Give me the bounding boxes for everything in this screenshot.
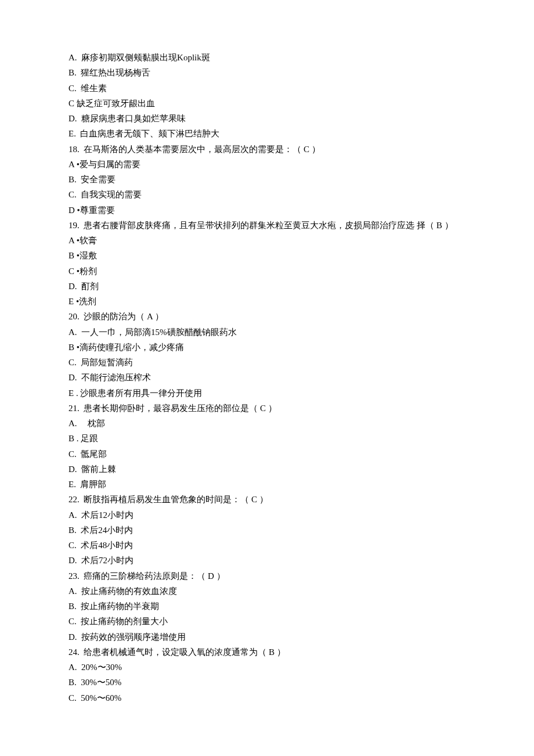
text-line: B. 术后24小时内 [68,523,466,538]
text-line: E . 沙眼患者所有用具一律分开使用 [68,386,466,401]
text-line: A. 20%〜30% [68,660,466,675]
text-line: 22. 断肢指再植后易发生血管危象的时间是：（ C ） [68,492,466,507]
text-line: E. 白血病患者无颌下、颏下淋巴结肿大 [68,126,466,141]
text-line: B. 30%〜50% [68,675,466,690]
text-line: A •爱与归属的需要 [68,157,466,172]
text-line: C. 骶尾部 [68,447,466,462]
text-line: 19. 患者右腰背部皮肤疼痛，且有呈带状排列的群集米粒至黄豆大水疱，皮损局部治疗… [68,218,466,233]
text-line: 18. 在马斯洛的人类基本需要层次中，最高层次的需要是：（ C ） [68,142,466,157]
text-line: A •软膏 [68,233,466,248]
text-line: B. 猩红热出现杨梅舌 [68,65,466,80]
text-line: C. 维生素 [68,81,466,96]
text-line: D. 按药效的强弱顺序递增使用 [68,629,466,645]
text-line: B. 按止痛药物的半衰期 [68,599,466,614]
text-line: C. 局部短暂滴药 [68,355,466,370]
text-line: C. 术后48小时内 [68,538,466,553]
text-line: 21. 患者长期仰卧时，最容易发生压疮的部位是（ C ） [68,401,466,416]
text-line: A. 一人一巾，局部滴15%磺胺醋酰钠眼药水 [68,325,466,340]
text-line: C. 50%〜60% [68,690,466,705]
document-body: A. 麻疹初期双侧颊黏膜出现Koplik斑B. 猩红热出现杨梅舌C. 维生素C … [68,50,466,705]
text-line: E •洗剂 [68,294,466,309]
text-line: B •滴药使瞳孔缩小，减少疼痛 [68,340,466,355]
text-line: C 缺乏症可致牙龈出血 [68,96,466,111]
text-line: D •尊重需要 [68,203,466,218]
text-line: C •粉剂 [68,264,466,279]
text-line: A. 按止痛药物的有效血浓度 [68,584,466,599]
text-line: D. 酊剂 [68,279,466,294]
text-line: D. 髂前上棘 [68,462,466,477]
text-line: 23. 癌痛的三阶梯给药法原则是：（ D ） [68,568,466,584]
text-line: B •湿敷 [68,248,466,263]
text-line: A. 术后12小时内 [68,507,466,523]
text-line: B . 足跟 [68,431,466,446]
text-line: E. 肩胛部 [68,477,466,492]
text-line: B. 安全需要 [68,172,466,187]
text-line: C. 自我实现的需要 [68,187,466,202]
text-line: D. 糖尿病患者口臭如烂苹果味 [68,111,466,126]
text-line: 20. 沙眼的防治为（ A ） [68,309,466,324]
text-line: D. 不能行滤泡压榨术 [68,370,466,385]
text-line: 24. 给患者机械通气时，设定吸入氧的浓度通常为（ B ） [68,645,466,660]
text-line: A. 枕部 [68,416,466,431]
text-line: C. 按止痛药物的剂量大小 [68,614,466,629]
text-line: A. 麻疹初期双侧颊黏膜出现Koplik斑 [68,50,466,65]
text-line: D. 术后72小时内 [68,553,466,568]
document-page: A. 麻疹初期双侧颊黏膜出现Koplik斑B. 猩红热出现杨梅舌C. 维生素C … [0,0,534,756]
